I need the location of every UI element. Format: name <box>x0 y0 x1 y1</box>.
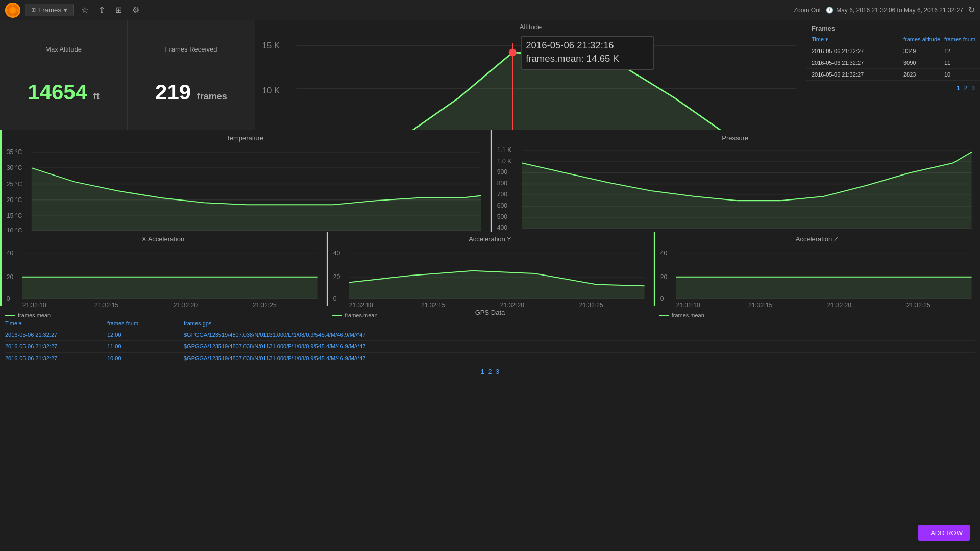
frames-received-value: 219 frames <box>138 80 244 105</box>
gps-page-3-btn[interactable]: 3 <box>496 368 499 375</box>
x-acceleration-box: X Acceleration 40 20 0 21:32:10 21:32:15… <box>0 232 327 306</box>
svg-text:15 K: 15 K <box>262 41 280 51</box>
temperature-chart-box: Temperature 35 °C 30 °C 25 °C 20 °C 15 °… <box>0 130 491 232</box>
frames-received-number: 219 <box>155 80 191 104</box>
z-accel-title: Acceleration Z <box>659 235 975 243</box>
svg-text:35 °C: 35 °C <box>7 148 22 156</box>
svg-text:0: 0 <box>333 295 337 303</box>
settings-btn[interactable]: ⚙ <box>129 3 142 17</box>
pressure-chart-box: Pressure 1.1 K 1.0 K 900 800 700 600 500… <box>491 130 981 232</box>
refresh-btn[interactable]: ↻ <box>968 5 975 15</box>
z-accel-legend-label: frames.mean <box>672 312 704 318</box>
share-btn[interactable]: ⇧ <box>95 3 108 17</box>
svg-text:21:32:15: 21:32:15 <box>94 302 118 309</box>
svg-text:frames.mean: 14.65 K: frames.mean: 14.65 K <box>526 53 619 64</box>
svg-text:20: 20 <box>333 273 340 281</box>
add-row-button[interactable]: + ADD ROW <box>918 525 970 541</box>
frames-table-col-header: Time ▾ frames.altitude frames.fnum <box>806 34 980 45</box>
frames-received-title: Frames Received <box>138 45 244 53</box>
max-altitude-box: Max Altitude 14654 ft <box>0 20 128 130</box>
temperature-chart-title: Temperature <box>5 134 485 142</box>
svg-text:40: 40 <box>660 249 667 257</box>
acceleration-row: X Acceleration 40 20 0 21:32:10 21:32:15… <box>0 232 980 306</box>
svg-text:21:32:20: 21:32:20 <box>174 302 198 309</box>
time-range-label: May 6, 2016 21:32:06 to May 6, 2016 21:3… <box>836 7 963 14</box>
max-altitude-number: 14654 <box>28 80 87 104</box>
frames-col-time[interactable]: Time ▾ <box>812 36 903 43</box>
gps-page-2-btn[interactable]: 2 <box>488 368 492 375</box>
svg-text:21:32:25: 21:32:25 <box>579 302 603 309</box>
svg-text:2016-05-06 21:32:16: 2016-05-06 21:32:16 <box>526 40 614 51</box>
table-row: 2016-05-06 21:32:27 11.00 $GPGGA/123519/… <box>5 341 975 353</box>
svg-text:1.1 K: 1.1 K <box>497 146 511 154</box>
y-accel-legend-label: frames.mean <box>345 312 377 318</box>
clock-icon: 🕐 <box>826 7 834 14</box>
svg-text:800: 800 <box>497 180 507 187</box>
x-accel-legend: frames.mean <box>5 311 321 320</box>
z-acceleration-box: Acceleration Z 40 20 0 21:32:10 21:32:15… <box>654 232 980 306</box>
max-altitude-unit: ft <box>93 91 100 102</box>
svg-text:21:32:20: 21:32:20 <box>500 302 524 309</box>
gps-pagination: 1 2 3 <box>5 364 975 380</box>
svg-point-1 <box>10 7 16 13</box>
main-content: Max Altitude 14654 ft Frames Received 21… <box>0 20 980 551</box>
y-accel-title: Acceleration Y <box>332 235 648 243</box>
frames-col-fnum: frames.fnum <box>944 36 975 43</box>
time-range: 🕐 May 6, 2016 21:32:06 to May 6, 2016 21… <box>826 7 963 14</box>
svg-text:500: 500 <box>497 213 507 220</box>
svg-text:21:32:10: 21:32:10 <box>349 302 373 309</box>
gps-table-header: Time ▾ frames.fnum frames.gps <box>5 319 975 329</box>
frames-page-2-btn[interactable]: 2 <box>964 85 968 92</box>
svg-text:40: 40 <box>333 249 340 257</box>
frames-table-pagination: 1 2 3 <box>806 81 980 96</box>
table-row: 2016-05-06 21:32:27 10.00 $GPGGA/123519/… <box>5 353 975 364</box>
svg-text:21:32:25: 21:32:25 <box>906 302 930 309</box>
svg-text:21:32:10: 21:32:10 <box>22 302 46 309</box>
table-row: 2016-05-06 21:32:27 3090 11 <box>806 57 980 69</box>
grid-icon: ⊞ <box>31 7 36 13</box>
svg-text:400: 400 <box>497 224 507 231</box>
frames-col-altitude: frames.altitude <box>903 36 944 43</box>
top-row: Max Altitude 14654 ft Frames Received 21… <box>0 20 980 130</box>
mid-row: Temperature 35 °C 30 °C 25 °C 20 °C 15 °… <box>0 130 980 232</box>
max-altitude-value: 14654 ft <box>10 80 117 105</box>
svg-text:1.0 K: 1.0 K <box>497 158 511 165</box>
altitude-chart-box: Altitude 15 K 10 K 5 K 0 <box>255 20 806 130</box>
frames-received-box: Frames Received 219 frames <box>128 20 255 130</box>
zoom-out-btn[interactable]: Zoom Out <box>794 7 821 14</box>
svg-text:15 °C: 15 °C <box>7 212 22 219</box>
svg-text:10 K: 10 K <box>262 86 280 95</box>
frames-page-1-btn[interactable]: 1 <box>957 85 960 92</box>
app-logo <box>5 3 20 18</box>
x-accel-legend-label: frames.mean <box>18 312 51 318</box>
svg-point-15 <box>509 48 517 56</box>
y-accel-legend-line <box>332 315 342 316</box>
frames-btn-label: Frames <box>38 6 61 14</box>
frames-received-unit: frames <box>197 91 227 102</box>
frames-table-header: Frames <box>806 23 980 34</box>
y-acceleration-box: Acceleration Y 40 20 0 21:32:10 21:32:15… <box>327 232 653 306</box>
gps-col-gps-header: frames.gps <box>184 320 975 327</box>
frames-dropdown-btn[interactable]: ⊞ Frames ▾ <box>24 4 74 16</box>
save-btn[interactable]: ⊞ <box>112 3 125 17</box>
gps-col-time-header[interactable]: Time ▾ <box>5 320 107 327</box>
y-accel-chart-area: 40 20 0 21:32:10 21:32:15 21:32:20 21:32… <box>332 244 648 311</box>
frames-table-title: Frames <box>812 24 975 32</box>
table-row: 2016-05-06 21:32:27 12.00 $GPGGA/123519/… <box>5 329 975 341</box>
max-altitude-title: Max Altitude <box>10 45 117 53</box>
x-accel-legend-line <box>5 315 15 316</box>
svg-text:900: 900 <box>497 168 507 176</box>
gps-page-1-btn[interactable]: 1 <box>481 368 484 375</box>
svg-text:0: 0 <box>7 295 10 303</box>
svg-text:700: 700 <box>497 191 507 198</box>
frames-table-box: Frames Time ▾ frames.altitude frames.fnu… <box>806 20 980 130</box>
star-btn[interactable]: ☆ <box>78 3 91 17</box>
svg-text:20 °C: 20 °C <box>7 196 22 204</box>
x-accel-title: X Acceleration <box>5 235 321 243</box>
svg-text:40: 40 <box>7 249 14 257</box>
y-accel-legend: frames.mean <box>332 311 648 320</box>
frames-page-3-btn[interactable]: 3 <box>971 85 975 92</box>
z-accel-chart-area: 40 20 0 21:32:10 21:32:15 21:32:20 21:32… <box>659 244 975 311</box>
table-row: 2016-05-06 21:32:27 2823 10 <box>806 69 980 81</box>
svg-text:21:32:15: 21:32:15 <box>748 302 772 309</box>
